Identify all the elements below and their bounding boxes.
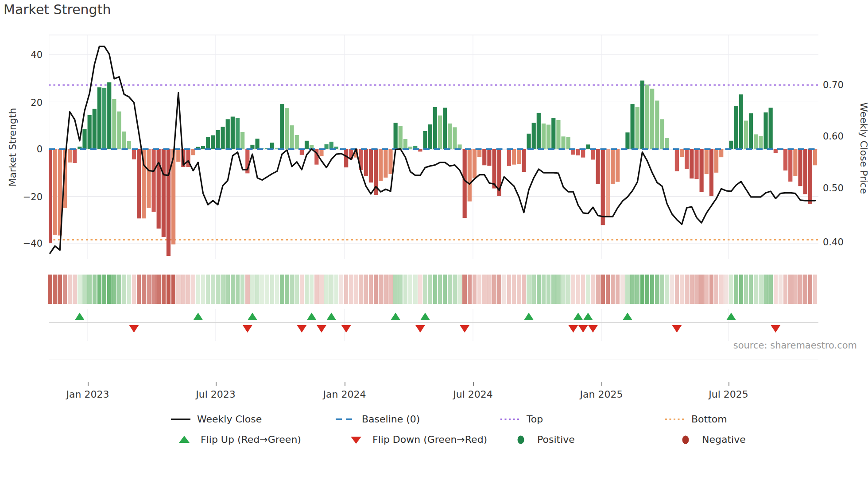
strength-bar [162,149,166,237]
x-tick-label: Jan 2025 [570,389,632,400]
heatmap-cell [93,275,97,304]
heatmap-cell [48,275,52,304]
strength-bar [280,104,284,149]
legend-bottom-label: Bottom [691,413,727,426]
heatmap-cell [443,275,447,304]
strength-bar [734,106,738,149]
heatmap-cell [527,275,531,304]
strength-bar [408,147,412,149]
heatmap-cell [97,275,102,304]
strength-heatmap-strip [49,275,818,304]
positive-dot-icon [518,436,524,444]
heatmap-cell [270,275,275,304]
legend-bottom: Bottom [664,413,727,426]
legend-baseline: Baseline (0) [335,413,420,426]
legend-bottom-icon [664,413,686,426]
heatmap-cell [754,275,758,304]
strength-bar [107,82,111,149]
heatmap-cell [576,275,581,304]
strength-bar [191,149,195,155]
strength-bar [546,125,550,149]
strength-bar [527,134,531,149]
heatmap-cell [418,275,422,304]
triangle-up-icon [179,436,190,443]
heatmap-cell [670,275,674,304]
heatmap-cell [531,275,536,304]
strength-bar [117,112,121,149]
strength-bar [369,149,373,182]
heatmap-cell [142,275,146,304]
strength-bar [388,149,392,174]
heatmap-cell [611,275,615,304]
heatmap-cell [779,275,783,304]
strength-bar [566,137,570,149]
strength-bar [477,149,481,157]
heatmap-cell [78,275,82,304]
heatmap-cell [329,275,333,304]
flip-up-marker [193,313,203,320]
flip-down-marker [297,325,306,333]
strength-bar [305,141,309,149]
strength-bar [379,149,383,181]
heatmap-cell [468,275,472,304]
strength-bar [793,149,797,176]
heatmap-cell [473,275,477,304]
heatmap-cell [453,275,457,304]
heatmap-cell [625,275,630,304]
heatmap-cell [803,275,807,304]
heatmap-cell [112,275,116,304]
strength-bar [719,149,723,157]
strength-bar [285,108,289,149]
legend-negative: Negative [675,433,746,446]
legend-flip-up: Flip Up (Red→Green) [174,433,301,446]
strength-bar [201,146,205,149]
strength-bar [749,113,753,149]
heatmap-cell [87,275,92,304]
strength-bar [631,104,635,149]
heatmap-cell [546,275,551,304]
x-tick-mark [601,382,602,386]
strength-bar [788,149,792,182]
heatmap-cell [739,275,744,304]
flip-up-marker [307,313,317,320]
heatmap-cell [517,275,521,304]
strength-bar [759,136,763,149]
strength-bar [433,107,437,149]
negative-dot-icon [682,436,689,444]
heatmap-cell [245,275,250,304]
heatmap-cell [694,275,699,304]
flip-down-marker [129,325,139,333]
heatmap-cell [774,275,778,304]
heatmap-cell [285,275,289,304]
heatmap-cell [788,275,793,304]
strength-bar [576,149,580,155]
strength-bar [636,107,639,149]
heatmap-cell [448,275,452,304]
heatmap-cell [690,275,694,304]
heatmap-cell [171,275,176,304]
heatmap-cell [714,275,719,304]
strength-bar [685,149,689,169]
flip-down-marker [341,325,351,333]
right-tick-label: 0.60 [823,131,854,142]
strength-bar [438,116,442,149]
heatmap-cell [364,275,368,304]
strength-bar [482,149,486,165]
heatmap-cell [231,275,235,304]
strength-bar [93,109,97,149]
heatmap-cell [759,275,763,304]
strength-bar [803,149,807,194]
flip-up-marker [574,313,583,320]
strength-bar [783,149,787,170]
heatmap-cell [620,275,625,304]
heatmap-cell [384,275,388,304]
heatmap-cell [324,275,329,304]
strength-bar [522,149,526,172]
heatmap-cell [438,275,442,304]
right-tick-label: 0.50 [823,182,854,194]
legend-weekly-close-label: Weekly Close [197,413,262,426]
chart-title: Market Strength [4,2,111,17]
heatmap-cell [388,275,393,304]
triangle-down-icon [351,437,361,444]
left-tick-label: 40 [16,49,43,61]
